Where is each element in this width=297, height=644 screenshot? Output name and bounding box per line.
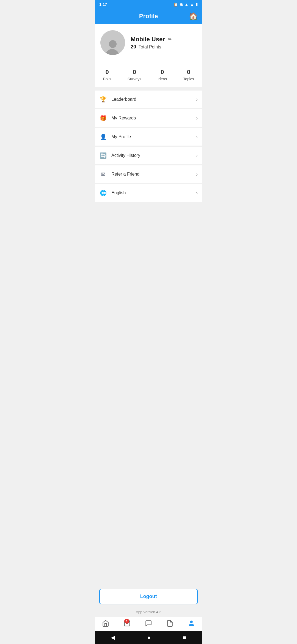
tasks-badge: 1 (124, 619, 129, 624)
leaderboard-item[interactable]: 🏆 Leaderboard › (99, 91, 198, 108)
points-label: Total Points (139, 45, 161, 49)
app-version: App Version 4.2 (95, 607, 202, 617)
language-icon: 🌐 (99, 189, 107, 197)
rewards-chevron: › (196, 115, 198, 121)
stat-ideas: 0 Ideas (158, 69, 167, 81)
refer-friend-card[interactable]: ✉ Refer a Friend › (95, 165, 202, 183)
home-nav-icon (102, 620, 109, 629)
stat-surveys: 0 Surveys (128, 69, 142, 81)
avatar-head (109, 40, 117, 48)
my-profile-card[interactable]: 👤 My Profile › (95, 128, 202, 146)
status-bar: 1:17 📋 ◉ ▲ ▲ ▮ (95, 0, 202, 9)
leaderboard-chevron: › (196, 97, 198, 102)
leaderboard-icon: 🏆 (99, 95, 107, 103)
surveys-count: 0 (133, 69, 136, 76)
my-profile-item[interactable]: 👤 My Profile › (99, 128, 198, 146)
activity-icon: 🔄 (99, 152, 107, 159)
avatar-body (105, 49, 119, 55)
home-button[interactable]: 🏠 (189, 12, 198, 21)
location-icon: ◉ (180, 2, 183, 7)
profile-name-row: Mobile User ✏ (131, 36, 172, 43)
chat-nav-icon (145, 620, 152, 629)
stat-topics: 0 Topics (183, 69, 194, 81)
language-item[interactable]: 🌐 English › (99, 184, 198, 202)
avatar (100, 30, 125, 55)
activity-chevron: › (196, 153, 198, 159)
activity-history-card[interactable]: 🔄 Activity History › (95, 147, 202, 164)
back-button[interactable]: ◀ (111, 634, 115, 641)
home-system-button[interactable]: ● (147, 634, 150, 641)
menu-section: 🏆 Leaderboard › 🎁 My Rewards › 👤 My Prof… (95, 87, 202, 583)
profile-name: Mobile User (131, 36, 165, 43)
wifi-icon: ▲ (185, 2, 188, 7)
leaderboard-card[interactable]: 🏆 Leaderboard › (95, 91, 202, 108)
points-value: 20 (131, 44, 136, 50)
language-chevron: › (196, 190, 198, 196)
profile-info: Mobile User ✏ 20 Total Points (131, 36, 172, 50)
avatar-person (105, 40, 120, 55)
sim-icon: 📋 (174, 2, 178, 7)
bottom-nav: 1 (95, 617, 202, 631)
profile-points: 20 Total Points (131, 44, 172, 50)
profile-nav-icon (188, 620, 195, 629)
topics-label: Topics (183, 77, 194, 81)
my-rewards-card[interactable]: 🎁 My Rewards › (95, 109, 202, 127)
refer-icon: ✉ (99, 170, 107, 178)
topics-count: 0 (187, 69, 190, 76)
battery-icon: ▮ (196, 2, 198, 7)
ideas-label: Ideas (158, 77, 167, 81)
svg-point-1 (190, 621, 193, 623)
activity-history-item[interactable]: 🔄 Activity History › (99, 147, 198, 164)
logout-section: Logout (95, 583, 202, 607)
header: Profile 🏠 (95, 9, 202, 24)
recents-button[interactable]: ■ (183, 634, 186, 641)
rewards-icon: 🎁 (99, 114, 107, 122)
ideas-count: 0 (161, 69, 164, 76)
profile-icon: 👤 (99, 133, 107, 141)
status-icons: 📋 ◉ ▲ ▲ ▮ (174, 2, 198, 7)
refer-label: Refer a Friend (111, 172, 192, 177)
signal-icon: ▲ (190, 2, 194, 7)
my-rewards-item[interactable]: 🎁 My Rewards › (99, 109, 198, 127)
nav-docs[interactable] (159, 620, 181, 629)
profile-section: Mobile User ✏ 20 Total Points (95, 24, 202, 65)
profile-top: Mobile User ✏ 20 Total Points (100, 30, 172, 55)
status-time: 1:17 (99, 2, 107, 7)
refer-chevron: › (196, 171, 198, 177)
language-label: English (111, 190, 192, 195)
activity-label: Activity History (111, 153, 192, 158)
page-title: Profile (139, 13, 158, 20)
polls-count: 0 (105, 69, 109, 76)
stat-polls: 0 Polls (103, 69, 111, 81)
logout-button[interactable]: Logout (99, 589, 198, 604)
nav-home[interactable] (95, 620, 116, 629)
polls-label: Polls (103, 77, 111, 81)
edit-profile-icon[interactable]: ✏ (168, 36, 172, 42)
leaderboard-label: Leaderboard (111, 97, 192, 102)
rewards-label: My Rewards (111, 116, 192, 121)
language-card[interactable]: 🌐 English › (95, 184, 202, 202)
profile-label: My Profile (111, 134, 192, 139)
profile-chevron: › (196, 134, 198, 140)
surveys-label: Surveys (128, 77, 142, 81)
nav-tasks[interactable]: 1 (116, 620, 138, 629)
nav-profile[interactable] (181, 620, 202, 629)
system-nav: ◀ ● ■ (95, 631, 202, 644)
stats-row: 0 Polls 0 Surveys 0 Ideas 0 Topics (95, 65, 202, 87)
docs-nav-icon (166, 620, 174, 629)
refer-friend-item[interactable]: ✉ Refer a Friend › (99, 165, 198, 183)
nav-chat[interactable] (138, 620, 159, 629)
